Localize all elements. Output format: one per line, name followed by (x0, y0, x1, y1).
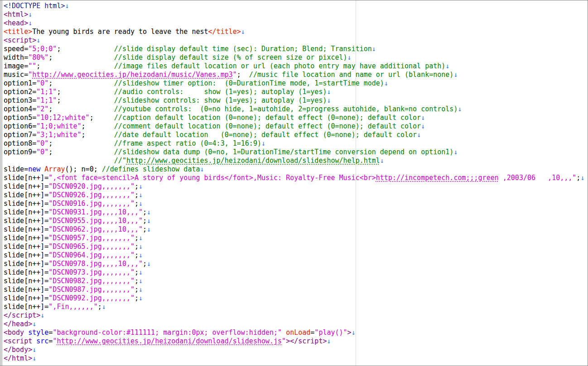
code-line: option6="1;0;white"; //comment default l… (4, 122, 584, 131)
code-line: </head>↓ (4, 320, 584, 328)
code-area[interactable]: <!DOCTYPE html>↓<html>↓<head>↓<title>The… (4, 2, 584, 366)
code-line: <body style="background-color:#111111; m… (4, 328, 584, 337)
code-segment: "2" (36, 105, 48, 113)
code-segment: //slide display default time (sec): Dura… (114, 45, 372, 53)
code-segment: <title> (4, 28, 32, 36)
code-line: slide[n++]="DSCN0973.jpg,,,,,,,";↓ (4, 268, 584, 277)
code-segment: slide[n++]= (4, 260, 48, 268)
code-line: slide[n++]="DSCN0965.jpg,,,,,,,";↓ (4, 242, 584, 251)
code-segment: "" (28, 62, 36, 70)
code-segment: ; (135, 251, 139, 259)
code-segment: slide[n++]= (4, 234, 48, 242)
code-segment: //" (114, 157, 126, 165)
code-line: slide[n++]="DSCN0931.jpg,,,,10,,,";↓ (4, 208, 584, 217)
code-segment: "DSCN0978.jpg,,,,10,,," (48, 260, 143, 268)
code-segment: "0" (36, 148, 48, 156)
newline-mark-icon: ↓ (139, 182, 143, 190)
code-segment: " (233, 71, 237, 79)
code-line: slide[n++]="DSCN0962.jpg,,,,10,,,";↓ (4, 225, 584, 234)
code-segment: option6= (4, 122, 36, 130)
code-segment: The young birds are ready to leave the n… (32, 28, 208, 36)
code-segment: "background-color:#111111; margin:0px; o… (53, 328, 282, 337)
code-line: speed="5;0;0"; //slide display default t… (4, 45, 584, 53)
code-segment: "DSCN0965.jpg,,,,,,," (48, 242, 135, 251)
code-segment: slide[n++]= (4, 174, 48, 182)
code-segment: ; (36, 62, 114, 70)
text-editor-window: <!DOCTYPE html>↓<html>↓<head>↓<title>The… (0, 0, 588, 366)
newline-mark-icon: ↓ (28, 10, 32, 19)
newline-mark-icon: ↓ (139, 242, 143, 251)
code-line: <script src="http://www.geocities.jp/hei… (4, 337, 584, 346)
code-segment: "0" (36, 79, 48, 87)
code-segment: slide[n++]= (4, 242, 48, 251)
newline-mark-icon: ↓ (327, 96, 331, 105)
newline-mark-icon: ↓ (458, 105, 462, 113)
code-segment: slide[n++]= (4, 251, 48, 259)
code-segment: ; (48, 79, 114, 87)
code-segment: //image files default location or url (e… (114, 62, 446, 70)
code-segment: ; (82, 131, 114, 139)
newline-mark-icon: ↓ (36, 36, 40, 44)
newline-mark-icon: ↓ (372, 45, 376, 53)
code-segment: ; (57, 45, 114, 53)
code-segment: new (28, 165, 40, 173)
code-line: slide[n++]=",Fin,,,,,,";↓ (4, 303, 584, 311)
code-segment: ; (135, 242, 139, 251)
newline-mark-icon: ↓ (241, 28, 245, 36)
code-segment: > (347, 328, 352, 337)
code-segment: //defines slideshow data (102, 165, 200, 173)
newline-mark-icon: ↓ (102, 303, 106, 311)
code-segment: "10;12;white" (36, 114, 89, 122)
code-segment: ; (90, 114, 114, 122)
code-segment: ; (143, 225, 147, 233)
code-segment: " (28, 71, 32, 79)
code-segment: slide[n++]= (4, 285, 48, 294)
code-segment: <!DOCTYPE html> (4, 2, 65, 10)
newline-mark-icon: ↓ (139, 200, 143, 208)
newline-mark-icon: ↓ (580, 174, 584, 182)
code-line: option3="1;1"; //slideshow controls: sho… (4, 96, 584, 105)
code-segment: //comment default location (0=none); def… (114, 122, 421, 130)
code-segment: //caption default location (0=none); def… (114, 114, 421, 122)
newline-mark-icon: ↓ (40, 311, 44, 319)
newline-mark-icon: ↓ (327, 337, 331, 345)
code-segment: http://www.geocities.jp/heizodani/downlo… (126, 157, 380, 165)
code-line: option5="10;12;white"; //caption default… (4, 114, 584, 122)
newline-mark-icon: ↓ (32, 354, 36, 362)
code-segment: http://www.geocities.jp/heizodani/downlo… (57, 337, 282, 345)
newline-mark-icon: ↓ (4, 363, 8, 366)
code-segment: ; (135, 200, 139, 208)
code-segment: ; (143, 208, 147, 216)
code-segment: //slideshow data dump (0=no, 1=DurationT… (114, 148, 454, 156)
code-segment: //slideshow timer option: (0=DurationTim… (114, 79, 384, 87)
code-line: //"http://www.geocities.jp/heizodani/dow… (4, 157, 584, 165)
code-segment: "3;1;white" (36, 131, 81, 139)
code-segment: slide[n++]= (4, 208, 48, 216)
code-line: option9="0"; //slideshow data dump (0=no… (4, 148, 584, 157)
newline-mark-icon: ↓ (28, 19, 32, 27)
code-segment: "DSCN0987.jpg,,,,,,," (48, 285, 135, 294)
code-segment: option9= (4, 148, 36, 156)
newline-mark-icon: ↓ (147, 217, 151, 225)
code-segment: ; (48, 53, 114, 62)
code-segment: <html> (4, 10, 28, 19)
code-segment: "play()" (314, 328, 347, 337)
code-segment: music= (4, 71, 28, 79)
code-segment: //date default location (0=none); defaul… (114, 131, 417, 139)
code-line: slide[n++]="DSCN0964.jpg,,,,,,,";↓ (4, 251, 584, 260)
code-line: </body>↓ (4, 346, 584, 354)
code-segment: ; (143, 217, 147, 225)
code-segment: "DSCN0916.jpg,,,,,,," (48, 200, 135, 208)
code-segment: </title> (208, 28, 241, 36)
code-segment: ",Fin,,,,,," (48, 303, 97, 311)
code-line: </html>↓ (4, 354, 584, 363)
newline-mark-icon: ↓ (139, 285, 143, 294)
code-segment: slide[n++]= (4, 217, 48, 225)
code-line: option8="0"; //frame aspect ratio (0=4:3… (4, 139, 584, 148)
newline-mark-icon: ↓ (453, 148, 458, 156)
code-segment: //audio controls: show (1=yes); autoplay… (114, 88, 327, 96)
code-line: slide=new Array(); n=0; //defines slides… (4, 165, 584, 174)
code-segment: ; (48, 139, 114, 147)
code-segment: slide= (4, 165, 28, 173)
code-segment (40, 165, 44, 173)
